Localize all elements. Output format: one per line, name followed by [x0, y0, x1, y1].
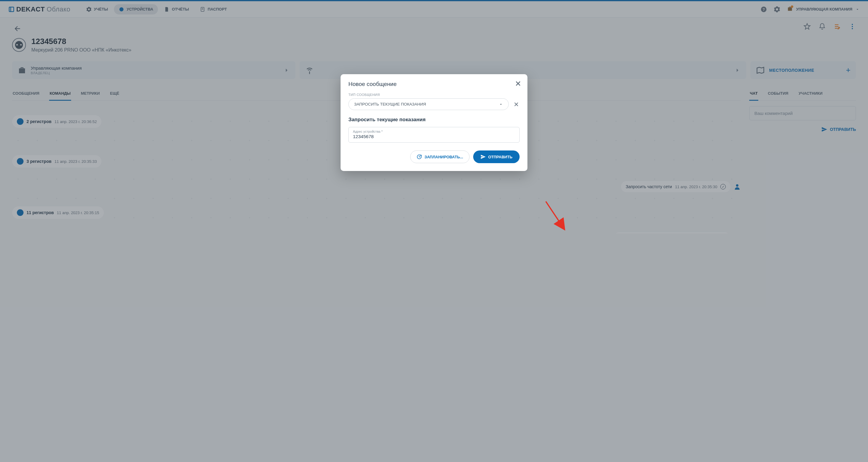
caret-down-icon: [499, 102, 503, 107]
close-icon[interactable]: [514, 80, 522, 87]
message-type-select[interactable]: ЗАПРОСИТЬ ТЕКУЩИЕ ПОКАЗАНИЯ: [348, 98, 509, 110]
addr-value: 12345678: [353, 134, 515, 139]
clock-icon: [416, 154, 422, 160]
modal-overlay: Новое сообщение ТИП СООБЩЕНИЯ ЗАПРОСИТЬ …: [0, 0, 868, 462]
send-label: ОТПРАВИТЬ: [488, 155, 513, 159]
device-address-field[interactable]: Адрес устройства * 12345678: [348, 127, 520, 143]
modal-actions: ЗАПЛАНИРОВАТЬ... ОТПРАВИТЬ: [348, 150, 520, 163]
schedule-button[interactable]: ЗАПЛАНИРОВАТЬ...: [410, 150, 469, 163]
annotation-arrow: [541, 198, 575, 235]
new-message-modal: Новое сообщение ТИП СООБЩЕНИЯ ЗАПРОСИТЬ …: [341, 74, 527, 171]
send-icon: [480, 154, 486, 160]
section-title: Запросить текущие показания: [348, 117, 520, 123]
send-button[interactable]: ОТПРАВИТЬ: [473, 150, 520, 163]
schedule-label: ЗАПЛАНИРОВАТЬ...: [424, 155, 463, 159]
clear-type-button[interactable]: [513, 101, 520, 108]
message-type-value: ЗАПРОСИТЬ ТЕКУЩИЕ ПОКАЗАНИЯ: [354, 102, 426, 107]
modal-title: Новое сообщение: [348, 81, 520, 87]
type-label: ТИП СООБЩЕНИЯ: [348, 93, 520, 96]
addr-label: Адрес устройства *: [353, 130, 515, 133]
